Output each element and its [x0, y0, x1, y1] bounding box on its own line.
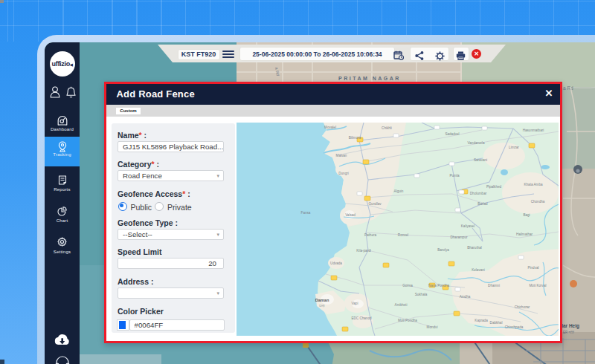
svg-text:Dhamni: Dhamni — [488, 284, 500, 287]
svg-text:Chichozar: Chichozar — [515, 305, 530, 309]
svg-text:Ronvel: Ronvel — [398, 233, 408, 237]
svg-text:PRITAM NAGAR: PRITAM NAGAR — [338, 76, 401, 81]
svg-text:Pumla: Pumla — [449, 174, 459, 178]
svg-text:a Rd: a Rd — [563, 85, 573, 91]
svg-text:Sadadvel: Sadadvel — [445, 132, 459, 136]
svg-text:Khata Amba: Khata Amba — [524, 183, 542, 186]
svg-text:Bagi: Bagi — [523, 213, 530, 217]
svg-text:Kila-pardi: Kila-pardi — [356, 249, 370, 253]
svg-text:EDC Chanod: EDC Chanod — [351, 316, 372, 320]
svg-text:Movalel: Movalel — [324, 126, 336, 129]
svg-text:Moti Pondha: Moti Pondha — [398, 319, 417, 322]
svg-text:Malvan: Malvan — [336, 154, 347, 157]
svg-text:Alguin: Alguin — [394, 189, 404, 193]
svg-text:Amdha: Amdha — [460, 295, 471, 299]
svg-text:Gundlav: Gundlav — [368, 202, 382, 206]
svg-text:Kelavani: Kelavani — [472, 268, 485, 272]
svg-text:Sukhala: Sukhala — [415, 293, 428, 296]
svg-text:Kaprada: Kaprada — [475, 319, 488, 322]
svg-text:Vapi: Vapi — [352, 302, 358, 305]
svg-text:Dungri: Dungri — [338, 172, 349, 175]
svg-text:Kaliyavel: Kaliyavel — [461, 224, 475, 228]
svg-text:Bharuthal: Bharuthal — [467, 246, 482, 250]
svg-text:Bilimora: Bilimora — [349, 136, 361, 140]
svg-text:Pindval: Pindval — [527, 266, 538, 270]
svg-text:Hasunmatbari: Hasunmatbari — [523, 129, 544, 132]
svg-text:Nana Pondha: Nana Pondha — [428, 284, 450, 287]
svg-text:Dabkhal: Dabkhal — [490, 321, 503, 325]
svg-text:Fansa: Fansa — [301, 211, 311, 215]
svg-text:Hailmathar: Hailmathar — [516, 233, 533, 236]
svg-text:Barlad: Barlad — [477, 202, 488, 206]
svg-text:Pathera: Pathera — [364, 233, 377, 237]
svg-text:Chikhli: Chikhli — [382, 126, 392, 130]
svg-text:Daman: Daman — [315, 298, 329, 302]
svg-text:Pipalkhed: Pipalkhed — [486, 185, 502, 189]
svg-text:Mondvi: Mondvi — [427, 325, 438, 329]
svg-text:ER সাইট: ER সাইট — [563, 330, 574, 334]
svg-text:Valsad: Valsad — [345, 213, 356, 217]
svg-text:Saravani: Saravani — [474, 158, 487, 162]
svg-text:દાણ: દાણ — [319, 304, 325, 308]
svg-text:Vandarvela: Vandarvela — [468, 141, 485, 145]
svg-text:Chinchpada: Chinchpada — [505, 325, 524, 329]
svg-text:Chondha: Chondha — [531, 200, 545, 204]
svg-text:Dholumbar: Dholumbar — [470, 192, 487, 195]
svg-text:Moti Korval: Moti Korval — [530, 284, 547, 287]
svg-text:dar Heig: dar Heig — [560, 323, 579, 329]
svg-text:Dharampur: Dharampur — [451, 235, 468, 239]
svg-text:Barolya: Barolya — [437, 248, 449, 252]
svg-text:Udvada: Udvada — [330, 261, 342, 265]
svg-text:Ambheti: Ambheti — [395, 303, 408, 307]
svg-text:Goima: Goima — [402, 284, 413, 287]
svg-text:Limzar: Limzar — [509, 146, 519, 149]
